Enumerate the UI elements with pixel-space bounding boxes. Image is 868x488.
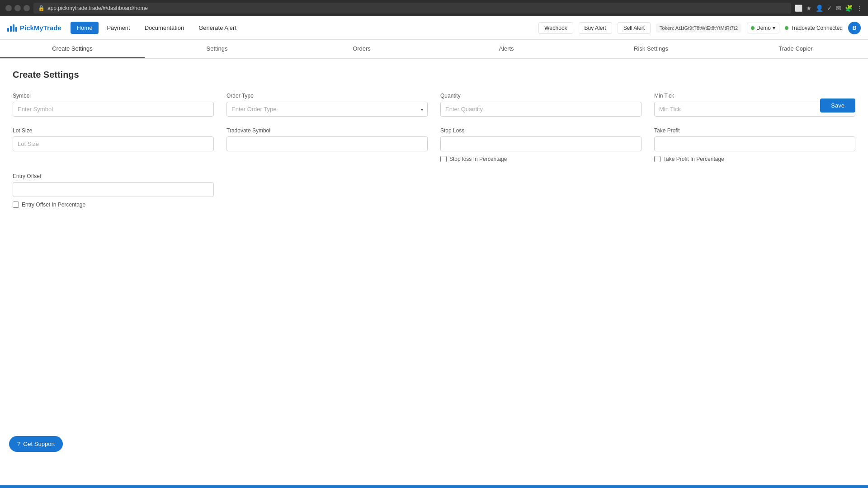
logo[interactable]: PickMyTrade [7, 24, 61, 32]
tradovate-symbol-label: Tradovate Symbol [226, 127, 428, 134]
form-grid: Symbol Order Type Enter Order Type Marke… [13, 93, 855, 208]
tab-orders[interactable]: Orders [289, 40, 434, 58]
take-profit-label: Take Profit [654, 127, 855, 134]
lot-size-input[interactable] [13, 136, 214, 151]
take-profit-group: Take Profit 0 Take Profit In Percentage [654, 127, 855, 162]
lot-size-group: Lot Size [13, 127, 214, 162]
profile-icon[interactable]: 👤 [816, 5, 823, 12]
address-bar[interactable]: 🔒 app.pickmytrade.trade/#/dashboard/home [33, 3, 791, 14]
nav-links: Home Payment Documentation Generate Aler… [71, 22, 538, 34]
min-tick-label: Min Tick [654, 93, 855, 99]
logo-text: PickMyTrade [20, 24, 61, 32]
save-button[interactable]: Save [820, 99, 855, 113]
checkmark-icon[interactable]: ✓ [827, 5, 832, 12]
top-nav: PickMyTrade Home Payment Documentation G… [0, 16, 868, 40]
sell-alert-button[interactable]: Sell Alert [618, 22, 651, 34]
logo-bars-icon [7, 24, 17, 32]
order-type-select[interactable]: Enter Order Type Market Limit Stop [226, 102, 428, 117]
quantity-label: Quantity [440, 93, 642, 99]
buy-alert-button[interactable]: Buy Alert [579, 22, 612, 34]
demo-status-dot [751, 26, 755, 30]
sub-nav: Create Settings Settings Orders Alerts R… [0, 40, 868, 59]
browser-toolbar: ⬜ ★ 👤 ✓ ✉ 🧩 ⋮ [795, 5, 863, 12]
tab-settings[interactable]: Settings [145, 40, 289, 58]
footer-bar [0, 485, 868, 488]
symbol-label: Symbol [13, 93, 214, 99]
lot-size-label: Lot Size [13, 127, 214, 134]
stop-loss-label: Stop Loss [440, 127, 642, 134]
tab-alerts[interactable]: Alerts [434, 40, 579, 58]
url-text: app.pickmytrade.trade/#/dashboard/home [47, 5, 148, 11]
logo-bar-1 [7, 28, 9, 32]
user-avatar[interactable]: B [848, 22, 861, 34]
main-content: Create Settings Save Symbol Order Type E… [0, 59, 868, 219]
quantity-input[interactable] [440, 102, 642, 117]
entry-offset-percentage-checkbox[interactable] [13, 202, 19, 208]
tradovate-status: Tradovate Connected [785, 25, 843, 31]
nav-payment[interactable]: Payment [100, 22, 136, 34]
symbol-group: Symbol [13, 93, 214, 117]
nav-documentation[interactable]: Documentation [138, 22, 190, 34]
page-title: Create Settings [13, 70, 855, 80]
support-icon: ? [17, 441, 20, 447]
take-profit-percentage-row: Take Profit In Percentage [654, 156, 855, 162]
stop-loss-percentage-label: Stop loss In Percentage [449, 156, 507, 162]
take-profit-percentage-checkbox[interactable] [654, 156, 660, 162]
back-button[interactable]: ← [5, 5, 12, 11]
browser-chrome: ← → ↻ 🔒 app.pickmytrade.trade/#/dashboar… [0, 0, 868, 16]
menu-icon[interactable]: ⋮ [856, 5, 863, 12]
tradovate-symbol-group: Tradovate Symbol NQH2 [226, 127, 428, 162]
tab-create-settings[interactable]: Create Settings [0, 40, 145, 58]
entry-offset-group: Entry Offset 0 Entry Offset In Percentag… [13, 173, 214, 208]
quantity-group: Quantity [440, 93, 642, 117]
entry-offset-label: Entry Offset [13, 173, 214, 179]
entry-offset-input[interactable]: 0 [13, 182, 214, 197]
order-type-label: Order Type [226, 93, 428, 99]
stop-loss-group: Stop Loss 0 Stop loss In Percentage [440, 127, 642, 162]
content-wrapper: Create Settings Save Symbol Order Type E… [0, 59, 868, 219]
entry-offset-percentage-row: Entry Offset In Percentage [13, 202, 214, 208]
favorites-icon[interactable]: ★ [806, 5, 812, 12]
entry-offset-percentage-label: Entry Offset In Percentage [22, 202, 85, 208]
logo-bar-2 [10, 26, 12, 32]
demo-chevron-icon: ▾ [773, 25, 775, 31]
extensions-icon[interactable]: ⬜ [795, 5, 802, 12]
support-label: Get Support [23, 441, 55, 447]
stop-loss-input[interactable]: 0 [440, 136, 642, 151]
demo-label: Demo [756, 25, 771, 31]
order-type-select-wrapper: Enter Order Type Market Limit Stop ▾ [226, 102, 428, 117]
token-display: Token: At1tGt9tT8tWtEt8tYtMtRt7t2 [656, 23, 741, 33]
app: PickMyTrade Home Payment Documentation G… [0, 16, 868, 488]
take-profit-input[interactable]: 0 [654, 136, 855, 151]
logo-bar-4 [15, 27, 17, 32]
tab-risk-settings[interactable]: Risk Settings [579, 40, 723, 58]
tradovate-status-dot [785, 26, 788, 30]
nav-buttons: ← → ↻ [5, 5, 30, 11]
get-support-button[interactable]: ? Get Support [9, 436, 63, 452]
forward-button[interactable]: → [14, 5, 21, 11]
demo-dropdown[interactable]: Demo ▾ [747, 23, 779, 33]
tab-trade-copier[interactable]: Trade Copier [723, 40, 868, 58]
nav-right: Webhook Buy Alert Sell Alert Token: At1t… [538, 22, 861, 34]
order-type-group: Order Type Enter Order Type Market Limit… [226, 93, 428, 117]
tradovate-symbol-input[interactable]: NQH2 [226, 136, 428, 151]
logo-bar-3 [13, 24, 14, 32]
lock-icon: 🔒 [38, 5, 45, 11]
stop-loss-percentage-row: Stop loss In Percentage [440, 156, 642, 162]
take-profit-percentage-label: Take Profit In Percentage [663, 156, 724, 162]
puzzle-icon[interactable]: 🧩 [845, 5, 853, 12]
tradovate-label: Tradovate Connected [791, 25, 843, 31]
symbol-input[interactable] [13, 102, 214, 117]
stop-loss-percentage-checkbox[interactable] [440, 156, 447, 162]
nav-home[interactable]: Home [71, 22, 99, 34]
reload-button[interactable]: ↻ [24, 5, 30, 11]
nav-generate-alert[interactable]: Generate Alert [192, 22, 243, 34]
webhook-button[interactable]: Webhook [538, 22, 573, 34]
mail-icon[interactable]: ✉ [836, 5, 841, 12]
